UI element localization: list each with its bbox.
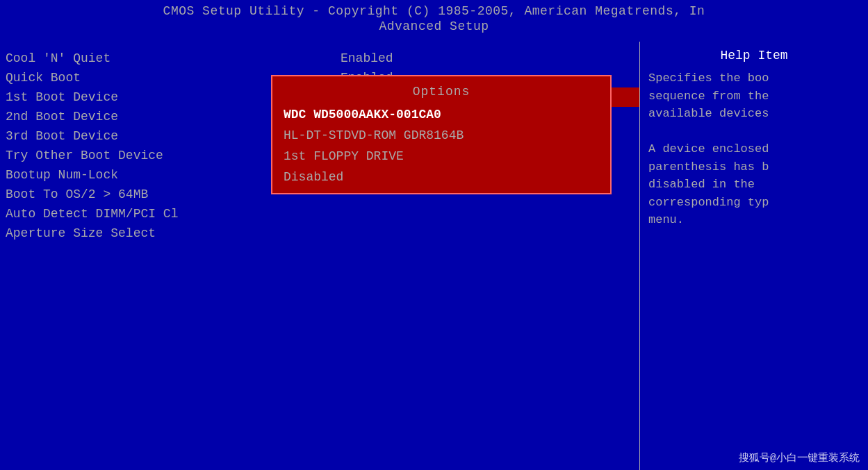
- help-line-2: available devices: [648, 105, 860, 123]
- help-line-7: corresponding typ: [648, 194, 860, 212]
- help-text: Specifies the boo sequence from the avai…: [648, 69, 860, 229]
- option-disabled[interactable]: Disabled: [272, 167, 610, 187]
- options-popup-title: Options: [272, 82, 610, 104]
- help-line-5: parenthesis has b: [648, 158, 860, 176]
- help-line-6: disabled in the: [648, 176, 860, 194]
- header-bar: CMOS Setup Utility - Copyright (C) 1985-…: [0, 0, 868, 36]
- option-hl-dt[interactable]: HL-DT-STDVD-ROM GDR8164B: [272, 125, 610, 146]
- bios-screen: CMOS Setup Utility - Copyright (C) 1985-…: [0, 0, 868, 470]
- menu-item-auto-detect[interactable]: Auto Detect DIMM/PCI Cl: [6, 204, 341, 224]
- options-popup[interactable]: Options WDC WD5000AAKX-001CA0 HL-DT-STDV…: [271, 75, 612, 194]
- menu-item-cool-n-quiet[interactable]: Cool 'N' Quiet: [6, 49, 341, 68]
- help-line-4: A device enclosed: [648, 140, 860, 158]
- watermark: 搜狐号@小白一键重装系统: [739, 451, 860, 464]
- header-line2: Advanced Setup: [0, 19, 868, 33]
- menu-item-aperture[interactable]: Aperture Size Select: [6, 224, 341, 243]
- right-panel: Help Item Specifies the boo sequence fro…: [639, 42, 868, 470]
- value-cool-n-quiet: Enabled: [341, 49, 639, 68]
- help-title: Help Item: [648, 49, 860, 62]
- option-floppy[interactable]: 1st FLOPPY DRIVE: [272, 146, 610, 167]
- header-line1: CMOS Setup Utility - Copyright (C) 1985-…: [0, 4, 868, 18]
- help-line-8: menu.: [648, 211, 860, 229]
- option-wdc[interactable]: WDC WD5000AAKX-001CA0: [272, 104, 610, 125]
- help-line-1: sequence from the: [648, 87, 860, 106]
- help-line-0: Specifies the boo: [648, 69, 860, 87]
